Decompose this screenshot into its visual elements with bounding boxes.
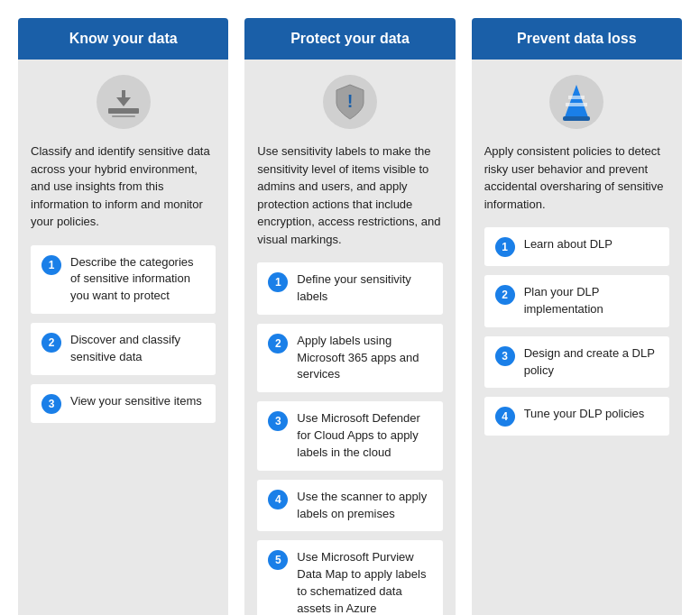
know-your-data-header: Know your data bbox=[18, 18, 228, 60]
protect-your-data-header: Protect your data bbox=[244, 18, 455, 60]
prevent-data-loss-body: Apply consistent policies to detect risk… bbox=[472, 60, 682, 615]
know-your-data-intro: Classify and identify sensitive data acr… bbox=[31, 142, 216, 231]
prevent-data-loss-step-2-number: 2 bbox=[495, 285, 515, 305]
prevent-data-loss-step-2-text: Plan your DLP implementation bbox=[524, 284, 659, 318]
svg-rect-11 bbox=[563, 116, 590, 121]
know-your-data-step-1-text: Describe the categories of sensitive inf… bbox=[70, 254, 205, 306]
protect-your-data-step-4-number: 4 bbox=[268, 490, 288, 509]
protect-your-data-step-1[interactable]: 1Define your sensitivity labels bbox=[257, 262, 442, 315]
prevent-data-loss-step-1-text: Learn about DLP bbox=[524, 236, 612, 253]
know-your-data-step-2-number: 2 bbox=[41, 333, 61, 353]
know-your-data-step-2-text: Discover and classify sensitive data bbox=[70, 332, 205, 366]
know-your-data-step-3-number: 3 bbox=[41, 394, 61, 414]
protect-your-data-step-1-text: Define your sensitivity labels bbox=[297, 271, 431, 306]
prevent-data-loss-step-3[interactable]: 3Design and create a DLP policy bbox=[484, 336, 669, 389]
prevent-data-loss-intro: Apply consistent policies to detect risk… bbox=[484, 142, 669, 213]
prevent-data-loss-header: Prevent data loss bbox=[472, 18, 682, 60]
protect-your-data-step-5[interactable]: 5Use Microsoft Purview Data Map to apply… bbox=[257, 540, 442, 615]
protect-your-data-step-1-number: 1 bbox=[268, 272, 288, 292]
main-columns: Know your data Classify and identify sen… bbox=[18, 18, 682, 615]
protect-your-data-icon: ! bbox=[257, 74, 442, 130]
know-your-data-body: Classify and identify sensitive data acr… bbox=[18, 60, 228, 615]
protect-your-data-body: ! Use sensitivity labels to make the sen… bbox=[244, 60, 455, 615]
svg-rect-10 bbox=[568, 96, 585, 99]
protect-your-data-step-2-text: Apply labels using Microsoft 365 apps an… bbox=[297, 333, 431, 384]
protect-your-data-intro: Use sensitivity labels to make the sensi… bbox=[257, 142, 442, 248]
know-your-data-step-3-text: View your sensitive items bbox=[70, 393, 202, 410]
protect-your-data-step-5-number: 5 bbox=[268, 550, 288, 570]
prevent-data-loss-step-1-number: 1 bbox=[495, 237, 515, 257]
know-your-data-icon bbox=[31, 74, 216, 130]
prevent-data-loss-icon bbox=[484, 74, 669, 130]
prevent-data-loss-step-1[interactable]: 1Learn about DLP bbox=[484, 227, 669, 266]
prevent-data-loss-step-4[interactable]: 4Tune your DLP policies bbox=[484, 397, 669, 436]
svg-rect-1 bbox=[108, 108, 139, 114]
know-your-data-step-1-number: 1 bbox=[41, 255, 61, 275]
prevent-data-loss-step-2[interactable]: 2Plan your DLP implementation bbox=[484, 275, 669, 327]
know-your-data-step-2[interactable]: 2Discover and classify sensitive data bbox=[31, 323, 216, 375]
svg-rect-4 bbox=[112, 115, 135, 117]
protect-your-data-step-4[interactable]: 4Use the scanner to apply labels on prem… bbox=[257, 480, 442, 532]
column-protect-your-data: Protect your data ! Use sensitivity labe… bbox=[244, 18, 455, 615]
protect-your-data-step-5-text: Use Microsoft Purview Data Map to apply … bbox=[297, 549, 431, 615]
protect-your-data-step-4-text: Use the scanner to apply labels on premi… bbox=[297, 489, 431, 523]
svg-rect-9 bbox=[566, 103, 587, 106]
know-your-data-step-3[interactable]: 3View your sensitive items bbox=[31, 384, 216, 423]
column-prevent-data-loss: Prevent data loss Apply consistent polic… bbox=[472, 18, 682, 615]
protect-your-data-step-2[interactable]: 2Apply labels using Microsoft 365 apps a… bbox=[257, 324, 442, 393]
protect-your-data-step-2-number: 2 bbox=[268, 334, 288, 353]
protect-your-data-step-3-number: 3 bbox=[268, 411, 288, 431]
protect-your-data-step-3[interactable]: 3Use Microsoft Defender for Cloud Apps t… bbox=[257, 401, 442, 471]
protect-your-data-step-3-text: Use Microsoft Defender for Cloud Apps to… bbox=[297, 410, 431, 462]
know-your-data-step-1[interactable]: 1Describe the categories of sensitive in… bbox=[31, 245, 216, 315]
svg-text:!: ! bbox=[347, 91, 354, 111]
prevent-data-loss-step-4-number: 4 bbox=[495, 407, 515, 427]
prevent-data-loss-step-4-text: Tune your DLP policies bbox=[524, 406, 645, 423]
prevent-data-loss-step-3-number: 3 bbox=[495, 346, 515, 366]
prevent-data-loss-step-3-text: Design and create a DLP policy bbox=[524, 345, 659, 380]
column-know-your-data: Know your data Classify and identify sen… bbox=[18, 18, 228, 615]
